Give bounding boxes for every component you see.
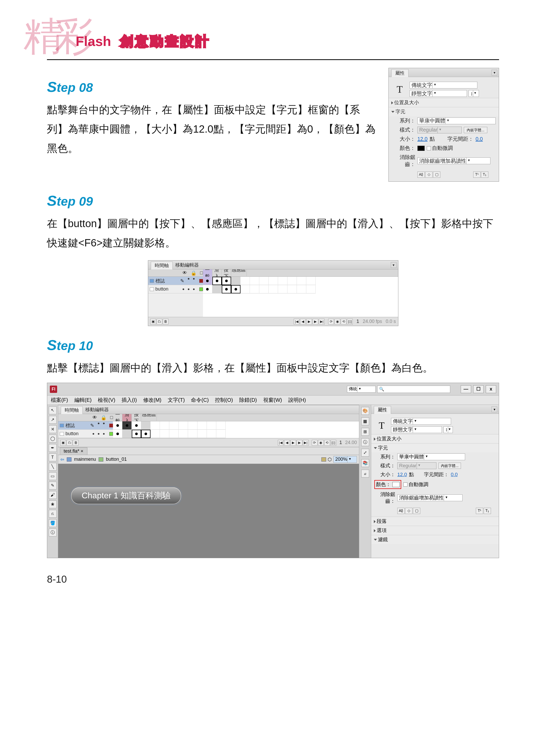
menu-item[interactable]: 視窗(W) <box>263 397 282 404</box>
align-panel-icon[interactable]: ⊞ <box>361 428 369 436</box>
motion-editor-tab[interactable]: 移動編輯器 <box>173 261 202 269</box>
rect-tool-icon[interactable]: ▭ <box>49 472 57 480</box>
panel-menu-icon[interactable]: ▾ <box>391 262 396 268</box>
font-family-combo[interactable]: 華康中圓體▼ <box>417 117 496 124</box>
panel-menu-icon[interactable]: ▾ <box>491 70 497 75</box>
layer-row[interactable]: button <box>58 430 113 438</box>
to-end-icon[interactable]: ▶| <box>319 319 324 324</box>
frames-grid[interactable] <box>203 277 398 317</box>
lock-icon[interactable]: 🔒 <box>191 270 197 276</box>
selectable-toggle-icon[interactable]: A₿ <box>397 508 405 514</box>
section-filters[interactable]: 濾鏡 <box>378 537 388 542</box>
scene-icon[interactable] <box>67 457 72 462</box>
menu-item[interactable]: 修改(M) <box>143 397 162 404</box>
pen-tool-icon[interactable]: ✒ <box>49 444 57 452</box>
embed-fonts-button[interactable]: 內嵌字體... <box>438 463 461 469</box>
font-family-combo[interactable]: 華康中圓體▼ <box>397 453 465 460</box>
eyedropper-tool-icon[interactable]: ⓘ <box>49 529 57 536</box>
rewind-icon[interactable]: |◀ <box>294 319 299 324</box>
play-icon[interactable]: ▶ <box>306 319 312 324</box>
embed-fonts-button[interactable]: 內嵌字體... <box>464 127 487 133</box>
menu-item[interactable]: 說明(H) <box>288 397 306 404</box>
workspace-combo[interactable]: 傳統▼ <box>347 386 376 393</box>
bone-tool-icon[interactable]: ⎌ <box>49 510 57 518</box>
eye-icon[interactable]: 👁 <box>92 415 97 421</box>
bucket-tool-icon[interactable]: 🪣 <box>49 519 57 527</box>
delete-layer-icon[interactable]: 🗑 <box>73 440 79 446</box>
delete-layer-icon[interactable]: 🗑 <box>163 319 169 324</box>
free-transform-tool-icon[interactable]: ⤨ <box>49 425 57 433</box>
section-paragraph[interactable]: 段落 <box>377 518 387 524</box>
menu-item[interactable]: 編輯(E) <box>74 397 92 404</box>
properties-tab[interactable]: 屬性 <box>374 406 391 414</box>
stage[interactable]: Chapter 1 知識百科測驗 <box>58 464 359 558</box>
border-toggle-icon[interactable]: ▢ <box>433 172 440 178</box>
color-panel-icon[interactable]: 🎨 <box>361 407 369 415</box>
properties-tab[interactable]: 屬性 <box>391 69 408 77</box>
new-layer-icon[interactable]: ▣ <box>60 440 66 446</box>
window-minimize-button[interactable]: — <box>461 385 471 393</box>
text-engine-combo[interactable]: 傳統文字▼ <box>409 82 477 88</box>
auto-kern-checkbox[interactable] <box>403 482 407 487</box>
symbol-selector-icon[interactable]: ⬡ <box>328 457 332 462</box>
section-character[interactable]: 字元 <box>395 109 405 114</box>
new-folder-icon[interactable]: 🗀 <box>67 440 72 446</box>
menu-item[interactable]: 檔案(F) <box>51 397 68 404</box>
breadcrumb[interactable]: button_01 <box>106 457 127 462</box>
eye-icon[interactable]: 👁 <box>182 270 187 276</box>
font-color-swatch[interactable] <box>392 482 400 487</box>
text-orient-combo[interactable]: ↕▼ <box>443 426 453 433</box>
layer-row[interactable]: button <box>148 285 203 293</box>
selectable-toggle-icon[interactable]: A₿ <box>417 172 425 178</box>
menu-item[interactable]: 插入(I) <box>122 397 137 404</box>
antialias-combo[interactable]: 消除鋸齒增加易讀性▼ <box>417 157 490 164</box>
timeline-tab[interactable]: 時間軸 <box>61 406 83 414</box>
outline-icon[interactable]: □ <box>110 415 113 421</box>
border-toggle-icon[interactable]: ▢ <box>413 508 420 514</box>
section-position[interactable]: 位置及大小 <box>377 436 401 441</box>
info-panel-icon[interactable]: ⓘ <box>361 438 369 446</box>
motion-editor-tab[interactable]: 移動編輯器 <box>83 405 111 414</box>
subselect-tool-icon[interactable]: ↗ <box>49 416 57 424</box>
section-character[interactable]: 字元 <box>378 445 388 451</box>
onion-outline-icon[interactable]: ◉ <box>334 319 340 324</box>
subscript-icon[interactable]: T₁ <box>481 172 488 178</box>
menu-item[interactable]: 命令(C) <box>191 397 209 404</box>
pencil-tool-icon[interactable]: ✎ <box>49 482 57 489</box>
tracking-value[interactable]: 0.0 <box>451 472 458 477</box>
timeline-tab[interactable]: 時間軸 <box>151 262 173 269</box>
text-type-combo[interactable]: 靜態文字▼ <box>391 426 442 433</box>
font-color-swatch[interactable] <box>417 146 425 151</box>
window-close-button[interactable]: x <box>486 385 496 393</box>
breadcrumb[interactable]: mainmenu <box>74 457 96 462</box>
lasso-tool-icon[interactable]: ◯ <box>49 435 57 442</box>
marker-icon[interactable]: [▯] <box>347 319 353 324</box>
edit-multi-icon[interactable]: ⟲ <box>341 319 346 324</box>
menu-item[interactable]: 文字(T) <box>168 397 185 404</box>
step-back-icon[interactable]: ◀ <box>300 319 306 324</box>
document-tab[interactable]: test.fla* × <box>60 447 87 455</box>
tracking-value[interactable]: 0.0 <box>476 136 483 142</box>
symbol-icon[interactable] <box>99 457 103 462</box>
step-fwd-icon[interactable]: ▶ <box>312 319 318 324</box>
actions-panel-icon[interactable]: 𝑎 <box>361 470 369 477</box>
superscript-icon[interactable]: T¹ <box>476 508 483 514</box>
menu-item[interactable]: 除錯(D) <box>239 397 257 404</box>
section-position[interactable]: 位置及大小 <box>394 100 419 105</box>
text-orient-combo[interactable]: ↕▼ <box>468 90 479 97</box>
html-render-icon[interactable]: ◇ <box>405 508 412 514</box>
menu-item[interactable]: 控制(O) <box>215 397 233 404</box>
font-size-value[interactable]: 12.0 <box>417 136 427 142</box>
layer-row[interactable]: 標誌✎ <box>58 421 113 430</box>
subscript-icon[interactable]: T₁ <box>484 508 491 514</box>
auto-kern-checkbox[interactable] <box>427 146 431 150</box>
selection-tool-icon[interactable]: ↖ <box>49 406 57 414</box>
stage-button[interactable]: Chapter 1 知識百科測驗 <box>71 487 181 504</box>
frames-grid[interactable] <box>113 421 359 438</box>
panel-menu-icon[interactable]: ▾ <box>491 406 497 412</box>
text-engine-combo[interactable]: 傳統文字▼ <box>391 418 451 425</box>
brush-tool-icon[interactable]: 🖌 <box>49 491 57 499</box>
text-tool-icon[interactable]: T <box>49 453 57 461</box>
zoom-combo[interactable]: 200%▼ <box>333 456 357 463</box>
deco-tool-icon[interactable]: ❀ <box>49 500 57 508</box>
